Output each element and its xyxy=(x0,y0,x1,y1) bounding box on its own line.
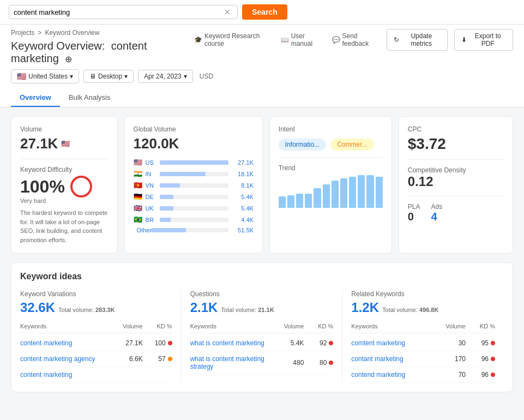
comp-density-value: 0.12 xyxy=(408,174,504,189)
trend-bar-item xyxy=(376,177,383,208)
global-volume-card: Global Volume 120.0K 🇺🇸 US 27.1K 🇮🇳 IN 1… xyxy=(124,116,263,254)
cpc-label: CPC xyxy=(408,125,504,133)
global-label: Global Volume xyxy=(134,125,254,133)
trend-bar-item xyxy=(323,184,330,208)
related-header: Keywords Volume KD % xyxy=(351,320,495,333)
chevron-down-icon-device: ▾ xyxy=(124,73,128,80)
keyword-kd: 96 xyxy=(468,371,495,379)
related-rows: comtent marketing 30 95 contant marketin… xyxy=(351,335,495,383)
country-row: Other 51.5K xyxy=(134,225,254,235)
kd-label: Keyword Difficulty xyxy=(20,166,109,173)
top-search-bar: ✕ Search xyxy=(0,0,524,25)
pla-label: PLA xyxy=(408,203,420,211)
country-bar-wrap xyxy=(160,172,228,176)
main-content: Volume 27.1K 🇺🇸 Keyword Difficulty 100% … xyxy=(0,107,524,401)
country-code: DE xyxy=(146,194,156,200)
country-flag: 🇻🇳 xyxy=(134,181,142,189)
country-bar-wrap xyxy=(160,195,228,199)
keyword-link[interactable]: content marketing xyxy=(20,339,108,347)
country-bar xyxy=(160,218,171,222)
list-item: comtent marketing 30 95 xyxy=(351,335,495,351)
country-row: 🇻🇳 VN 8.1K xyxy=(134,179,254,191)
country-bar xyxy=(151,228,186,232)
pla-item: PLA 0 xyxy=(408,203,420,223)
keyword-link[interactable]: what is content marketing xyxy=(190,339,269,347)
country-filter[interactable]: 🇺🇸 United States ▾ xyxy=(11,69,79,83)
country-flag: 🇺🇸 xyxy=(134,158,142,166)
us-flag-volume: 🇺🇸 xyxy=(61,140,70,148)
keyword-link[interactable]: content marketing xyxy=(20,371,108,379)
keyword-volume: 6.6K xyxy=(110,355,143,363)
country-bar xyxy=(160,206,173,211)
download-icon: ⬇ xyxy=(461,36,467,44)
cards-row: Volume 27.1K 🇺🇸 Keyword Difficulty 100% … xyxy=(11,116,513,254)
header-top-right: 🎓 Keyword Research course 📖 User manual … xyxy=(194,29,513,51)
variations-count: 32.6K xyxy=(20,300,55,315)
list-item: what is content marketing 5.4K 92 xyxy=(190,335,334,351)
trend-chart xyxy=(279,175,383,208)
keyword-link[interactable]: comtent marketing xyxy=(351,339,431,347)
clear-icon[interactable]: ✕ xyxy=(224,8,231,16)
tab-overview[interactable]: Overview xyxy=(11,89,60,107)
country-volume: 8.1K xyxy=(232,182,254,189)
export-pdf-button[interactable]: ⬇ Export to PDF xyxy=(454,29,513,51)
desktop-icon: 🖥 xyxy=(89,73,96,80)
keyword-link[interactable]: what is content marketing strategy xyxy=(190,355,269,370)
keyword-kd: 100 xyxy=(145,339,172,347)
trend-bar-item xyxy=(305,194,312,208)
update-metrics-button[interactable]: ↻ Update metrics xyxy=(387,29,448,51)
search-button[interactable]: Search xyxy=(242,4,287,20)
keyword-link[interactable]: content marketing agency xyxy=(20,355,108,363)
breadcrumb-sep: > xyxy=(38,29,41,37)
feedback-link[interactable]: 💬 Send feedback xyxy=(332,32,381,47)
course-link[interactable]: 🎓 Keyword Research course xyxy=(194,32,272,47)
keyword-ideas-section: Keyword ideas Keyword Variations 32.6K T… xyxy=(11,262,513,392)
intent-badge-informational: Informatio... xyxy=(279,139,326,151)
trend-label: Trend xyxy=(279,164,383,172)
country-flag: 🇮🇳 xyxy=(134,170,142,178)
breadcrumb: Projects > Keyword Overview xyxy=(11,29,194,37)
country-volume: 27.1K xyxy=(232,159,254,166)
related-title: Related Keywords xyxy=(351,290,495,298)
volume-label: Volume xyxy=(20,125,109,133)
trend-bar-item xyxy=(349,177,356,208)
intent-badge-commercial: Commer... xyxy=(330,139,374,151)
variations-column: Keyword Variations 32.6K Total volume: 2… xyxy=(20,290,182,383)
questions-column: Questions 2.1K Total volume: 21.1K Keywo… xyxy=(182,290,343,383)
keyword-link[interactable]: contant marketing xyxy=(351,355,431,363)
country-flag: 🇩🇪 xyxy=(134,193,142,201)
intent-badges: Informatio... Commer... xyxy=(279,139,383,151)
country-code: Other xyxy=(137,227,148,233)
list-item: contant marketing 170 96 xyxy=(351,351,495,367)
device-filter[interactable]: 🖥 Desktop ▾ xyxy=(83,70,134,83)
country-row: 🇩🇪 DE 5.4K xyxy=(134,191,254,202)
search-input[interactable] xyxy=(14,8,224,16)
related-count: 1.2K xyxy=(351,300,379,315)
us-flag: 🇺🇸 xyxy=(17,72,26,81)
country-bar-wrap xyxy=(160,206,228,211)
keyword-link[interactable]: contend marketing xyxy=(351,371,431,379)
country-code: VN xyxy=(146,182,156,189)
country-bar-wrap xyxy=(160,183,228,188)
add-icon[interactable]: ⊕ xyxy=(65,55,72,64)
list-item: content marketing xyxy=(20,367,172,383)
date-filter[interactable]: Apr 24, 2023 ▾ xyxy=(138,70,193,83)
keyword-kd: 95 xyxy=(468,339,495,347)
breadcrumb-projects[interactable]: Projects xyxy=(11,29,34,37)
keyword-volume: 5.4K xyxy=(271,339,304,347)
manual-link[interactable]: 📖 User manual xyxy=(281,32,323,47)
intent-label: Intent xyxy=(279,125,383,133)
country-volume: 5.4K xyxy=(232,194,254,200)
refresh-icon: ↻ xyxy=(394,36,399,44)
page-title-row: Keyword Overview: content marketing ⊕ xyxy=(11,40,194,65)
related-column: Related Keywords 1.2K Total volume: 496.… xyxy=(342,290,504,383)
country-volume: 51.5K xyxy=(232,227,254,233)
trend-bar-item xyxy=(332,181,339,208)
ads-value: 4 xyxy=(431,211,442,223)
ads-label: Ads xyxy=(431,203,442,211)
breadcrumb-current: Keyword Overview xyxy=(45,29,99,37)
country-code: IN xyxy=(146,171,156,177)
kd-section: 100% xyxy=(20,176,109,197)
page-title: Keyword Overview: content marketing ⊕ xyxy=(11,40,194,65)
tab-bulk-analysis[interactable]: Bulk Analysis xyxy=(60,89,119,107)
